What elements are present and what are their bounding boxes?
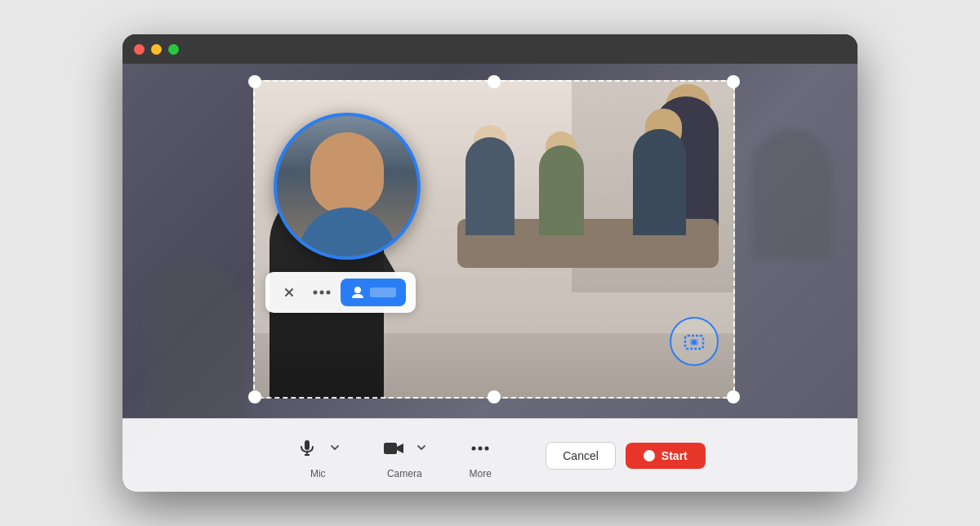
record-dot (644, 450, 655, 461)
handle-top-middle[interactable] (488, 75, 501, 88)
mic-controls-row (291, 432, 345, 465)
more-speaker-button[interactable] (308, 279, 336, 306)
svg-marker-13 (397, 444, 403, 453)
toolbar-right: Cancel Start (546, 442, 706, 470)
svg-point-3 (320, 291, 324, 295)
svg-point-2 (314, 291, 318, 295)
active-speaker-circle (274, 113, 421, 260)
face-body (298, 207, 396, 260)
start-button[interactable]: Start (626, 443, 706, 469)
camera-controls-row (377, 432, 431, 465)
svg-point-15 (479, 446, 483, 450)
svg-rect-9 (305, 440, 310, 450)
mic-label: Mic (310, 468, 326, 479)
screenshot-button[interactable] (670, 317, 719, 366)
maximize-button[interactable] (168, 44, 179, 55)
mic-group: Mic (274, 432, 361, 479)
window-content: Mic Camera (122, 64, 858, 492)
camera-group: Camera (361, 432, 448, 479)
close-speaker-button[interactable] (275, 279, 303, 306)
handle-top-right[interactable] (727, 75, 740, 88)
more-label: More (470, 468, 492, 479)
camera-chevron[interactable] (412, 432, 431, 465)
camera-label: Camera (387, 468, 422, 479)
svg-point-5 (354, 287, 361, 293)
bg-figure-right (751, 129, 833, 260)
close-button[interactable] (134, 44, 145, 55)
title-bar (122, 34, 858, 64)
handle-bottom-right[interactable] (727, 390, 740, 403)
bg-figure-left (147, 263, 245, 426)
svg-point-16 (485, 446, 489, 450)
more-group: More (448, 432, 513, 479)
svg-point-8 (692, 340, 697, 345)
minimize-button[interactable] (151, 44, 162, 55)
start-label: Start (662, 449, 688, 462)
svg-rect-12 (384, 443, 397, 454)
mac-window: Mic Camera (122, 34, 858, 492)
more-button[interactable] (464, 432, 497, 465)
svg-point-4 (327, 291, 331, 295)
camera-button[interactable] (377, 432, 410, 465)
handle-bottom-left[interactable] (248, 390, 261, 403)
speaker-toolbar (265, 272, 416, 313)
face-head (310, 132, 384, 214)
bottom-toolbar: Mic Camera (122, 418, 858, 492)
mic-button[interactable] (291, 432, 323, 465)
mic-chevron[interactable] (325, 432, 345, 465)
handle-bottom-middle[interactable] (488, 390, 501, 403)
face-background (277, 116, 417, 256)
handle-top-left[interactable] (248, 75, 261, 88)
svg-point-14 (472, 446, 476, 450)
profile-speaker-button[interactable] (341, 279, 406, 306)
cancel-button[interactable]: Cancel (546, 442, 616, 470)
